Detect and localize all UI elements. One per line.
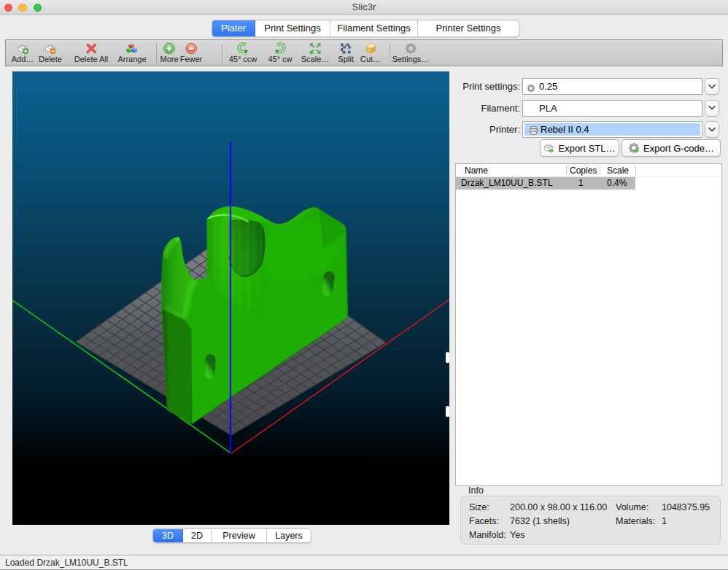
toolbar-label-arrange: Arrange: [117, 55, 146, 63]
print-settings-dropdown-button[interactable]: [705, 78, 719, 95]
toolbar-button-fewer[interactable]: Fewer: [180, 41, 203, 65]
view-mode-2d[interactable]: 2D: [183, 529, 212, 542]
printer-icon: [528, 125, 537, 134]
toolbar-button-scale[interactable]: Scale…: [301, 41, 330, 65]
toolbar-label-delete: Delete: [39, 55, 62, 63]
column-header-scale[interactable]: Scale: [607, 164, 629, 177]
view-mode-layers[interactable]: Layers: [267, 529, 311, 542]
tab-plater[interactable]: Plater: [212, 20, 255, 36]
toolbar-label-fewer: Fewer: [180, 55, 203, 63]
cubes-icon: [125, 42, 138, 55]
row-copies: 1: [578, 177, 584, 190]
toolbar-button-arrange[interactable]: Arrange: [117, 41, 146, 65]
export-stl-label: Export STL…: [558, 143, 615, 154]
view-mode-3d[interactable]: 3D: [153, 529, 183, 542]
toolbar-button-delete[interactable]: Delete: [39, 41, 62, 65]
toolbar-separator: [156, 44, 157, 63]
info-materials-label: Materials:: [616, 516, 655, 526]
gear-icon: [405, 42, 417, 55]
box-export-icon: [543, 142, 554, 154]
table-header: Name Copies Scale: [456, 164, 721, 177]
printer-value: Rebel II 0.4: [541, 124, 589, 135]
object-list-table: Name Copies Scale Drzak_LM10UU_B.STL 1 0…: [455, 163, 722, 486]
info-volume-value: 1048375.95: [662, 502, 710, 512]
toolbar-label-add: Add…: [12, 55, 34, 63]
column-header-copies[interactable]: Copies: [570, 164, 597, 177]
box-add-icon: [16, 42, 28, 55]
print-settings-value: 0.25: [539, 81, 557, 92]
settings-tabs: Plater Print Settings Filament Settings …: [212, 20, 519, 37]
column-header-name[interactable]: Name: [465, 164, 488, 177]
filament-dropdown-button[interactable]: [705, 100, 719, 117]
plater-3d-viewport[interactable]: [12, 71, 449, 525]
info-size-label: Size:: [469, 502, 489, 512]
printer-label: Printer:: [438, 124, 520, 136]
tab-filament-settings[interactable]: Filament Settings: [330, 20, 418, 36]
gear-icon: [527, 82, 535, 91]
filament-combo[interactable]: PLA: [522, 100, 702, 117]
column-separator: [635, 165, 636, 175]
toolbar-label-more: More: [160, 55, 178, 63]
printer-dropdown-button[interactable]: [705, 121, 719, 138]
table-row[interactable]: Drzak_LM10UU_B.STL 1 0.4%: [456, 177, 721, 190]
export-stl-button[interactable]: Export STL…: [540, 139, 619, 157]
title-bar: Slic3r: [0, 0, 728, 15]
filament-label: Filament:: [438, 103, 520, 114]
info-box: Size: 200.00 x 98.00 x 116.00 Volume: 10…: [460, 496, 721, 544]
toolbar-label-scale: Scale…: [301, 55, 330, 63]
print-settings-combo[interactable]: 0.25: [522, 78, 702, 95]
toolbar-label-cut: Cut…: [360, 55, 381, 63]
zoom-button[interactable]: [34, 4, 42, 12]
box-remove-icon: [44, 42, 56, 55]
toolbar-label-rotate-ccw: 45° ccw: [229, 55, 257, 63]
filament-value: PLA: [539, 103, 557, 114]
toolbar-separator: [390, 44, 390, 63]
toolbar: Add…DeleteDelete AllArrangeMoreFewer45° …: [5, 39, 723, 66]
window-title: Slic3r: [0, 0, 728, 15]
gear-export-icon: [628, 142, 640, 154]
info-manifold-label: Manifold:: [469, 530, 506, 540]
red-cross-icon: [85, 42, 97, 55]
toolbar-button-split[interactable]: Split: [338, 41, 353, 65]
viewport-scroll-mark: [446, 352, 449, 363]
toolbar-label-settings: Settings…: [392, 55, 430, 63]
toolbar-separator: [222, 44, 222, 63]
toolbar-button-more[interactable]: More: [160, 41, 178, 65]
status-bar: Loaded Drzak_LM10UU_B.STL: [0, 555, 728, 570]
info-facets-label: Facets:: [469, 516, 499, 526]
info-section-title: Info: [468, 485, 484, 496]
toolbar-label-split: Split: [338, 55, 353, 63]
rotate-cw-icon: [274, 42, 286, 55]
view-mode-switch: 3D 2D Preview Layers: [152, 528, 311, 543]
toolbar-button-rotate-ccw[interactable]: 45° ccw: [229, 41, 257, 65]
info-volume-label: Volume:: [616, 502, 648, 512]
status-text: Loaded Drzak_LM10UU_B.STL: [5, 558, 728, 568]
column-separator: [566, 165, 567, 175]
print-settings-label: Print settings:: [438, 81, 520, 93]
toolbar-button-rotate-cw[interactable]: 45° cw: [268, 41, 292, 65]
minus-circle-icon: [185, 42, 198, 55]
info-facets-value: 7632 (1 shells): [510, 516, 570, 526]
info-size-value: 200.00 x 98.00 x 116.00: [510, 502, 607, 512]
toolbar-button-delete-all[interactable]: Delete All: [74, 41, 108, 65]
column-separator: [600, 165, 600, 175]
row-name: Drzak_LM10UU_B.STL: [461, 177, 552, 190]
info-manifold-value: Yes: [510, 530, 524, 540]
info-materials-value: 1: [662, 516, 667, 526]
toolbar-label-rotate-cw: 45° cw: [268, 55, 292, 63]
rotate-ccw-icon: [236, 42, 249, 55]
viewport-scroll-mark: [446, 406, 449, 417]
minimize-button[interactable]: [18, 4, 27, 12]
tab-printer-settings[interactable]: Printer Settings: [418, 20, 519, 36]
toolbar-button-settings[interactable]: Settings…: [392, 41, 430, 65]
export-gcode-button[interactable]: Export G-code…: [621, 139, 721, 157]
toolbar-button-cut[interactable]: Cut…: [360, 41, 381, 65]
printer-combo[interactable]: Rebel II 0.4: [522, 121, 702, 138]
row-scale: 0.4%: [607, 177, 627, 190]
toolbar-label-delete-all: Delete All: [74, 55, 108, 63]
split-icon: [340, 42, 352, 55]
tab-print-settings[interactable]: Print Settings: [255, 20, 330, 36]
view-mode-preview[interactable]: Preview: [212, 529, 267, 542]
toolbar-button-add[interactable]: Add…: [12, 41, 34, 65]
close-button[interactable]: [4, 4, 13, 12]
